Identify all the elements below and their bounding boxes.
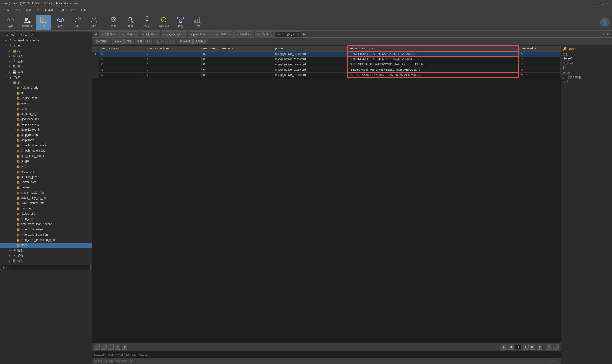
cell-password-e-2[interactable]: N bbox=[518, 62, 561, 67]
cell-max-user-connections-3[interactable]: 0 bbox=[201, 67, 273, 72]
tree-item-mysql[interactable]: ▼ 🗄 mysql bbox=[0, 75, 92, 80]
tab-7[interactable]: ■ 无标题 - × bbox=[255, 31, 275, 37]
table-container[interactable]: max_updates max_connections max_user_con… bbox=[92, 45, 561, 342]
tab-0[interactable]: ■ 无标题 - × bbox=[99, 31, 119, 37]
btn-last-page[interactable]: ⏭ bbox=[530, 344, 535, 350]
tree-item-192.168.8.142_3306[interactable]: ▼ 🖥 192.168.8.142_3306 bbox=[0, 32, 92, 38]
tree-item-engine_cost[interactable]: ▦ engine_cost bbox=[0, 95, 92, 101]
tree-item-help_relation[interactable]: ▦ help_relation bbox=[0, 132, 92, 138]
btn-sort[interactable]: 排序 bbox=[135, 39, 144, 44]
tree-item-表[interactable]: ▶ ▦ 表 bbox=[0, 48, 92, 53]
btn-list-view[interactable]: ☰ bbox=[546, 344, 552, 350]
table-row[interactable]: 0 0 0 mysql_native_password *BED3DFA6684… bbox=[92, 72, 561, 78]
tree-item-查询[interactable]: ▶ 🔍 查询 bbox=[0, 258, 92, 263]
cell-auth-4[interactable]: *BED3DFA6684FE45775BFEB2D2453280AE5D631A… bbox=[348, 72, 518, 78]
tree-item-plugin[interactable]: ▦ plugin bbox=[0, 158, 92, 164]
cell-password-e-4[interactable]: N bbox=[518, 72, 561, 78]
cell-max-updates-1[interactable]: 0 bbox=[99, 57, 145, 62]
tree-item-gtid_executed[interactable]: ▦ gtid_executed bbox=[0, 117, 92, 122]
table-row[interactable]: 0 0 0 mysql_native_password *BED3DFA6684… bbox=[92, 67, 561, 72]
tree-item-time_zone_leap_second[interactable]: ▦ time_zone_leap_second bbox=[0, 221, 92, 227]
tab-1[interactable]: ■ 无标题 - × bbox=[119, 31, 139, 37]
tab-1-close[interactable]: × bbox=[136, 33, 137, 36]
tree-item-proc[interactable]: ▦ proc bbox=[0, 164, 92, 169]
tree-item-innodb_table_stats[interactable]: ▦ innodb_table_stats bbox=[0, 148, 92, 153]
tree-item-db[interactable]: ▦ db bbox=[0, 90, 92, 95]
toolbar-connect[interactable]: 连接 bbox=[2, 15, 18, 30]
cell-max-updates-2[interactable]: 0 bbox=[99, 62, 145, 67]
close-button[interactable]: × bbox=[606, 2, 610, 5]
tree-item-columns_priv[interactable]: ▦ columns_priv bbox=[0, 85, 92, 90]
cell-plugin-2[interactable]: mysql_native_password bbox=[273, 62, 347, 67]
toolbar-user[interactable]: 用户 bbox=[86, 15, 102, 30]
tab-3[interactable]: ■ sys_user @... × bbox=[161, 31, 187, 37]
th-max-updates[interactable]: max_updates bbox=[99, 46, 145, 51]
tab-right-arrow[interactable]: ▶ bbox=[302, 32, 307, 36]
btn-create-prompt[interactable]: 创建提示 bbox=[194, 39, 208, 44]
btn-import[interactable]: 导入 bbox=[155, 39, 165, 44]
tree-item-slave_worker_info[interactable]: ▦ slave_worker_info bbox=[0, 200, 92, 206]
tree-item-函数[interactable]: ▶ ƒ 函数 bbox=[0, 253, 92, 258]
btn-filter[interactable]: 筛选 bbox=[124, 39, 134, 44]
tree-item-slow_log[interactable]: ▦ slow_log bbox=[0, 206, 92, 211]
tab-4[interactable]: ■ ji-mei (192... × bbox=[188, 31, 213, 37]
tab-left-arrow[interactable]: ◀ bbox=[93, 32, 98, 36]
tab-2-close[interactable]: × bbox=[156, 33, 157, 36]
cell-max-connections-0[interactable]: 0 bbox=[145, 51, 201, 57]
tree-item-innodb_index_stats[interactable]: ▦ innodb_index_stats bbox=[0, 143, 92, 148]
tree-item-time_zone_transition_type[interactable]: ▦ time_zone_transition_type bbox=[0, 237, 92, 243]
cell-auth-0[interactable]: *27C01464AD101AED1E65AC21152499A396B4CF7… bbox=[348, 51, 518, 57]
maximize-button[interactable]: □ bbox=[601, 2, 604, 5]
tree-item-time_zone_transition[interactable]: ▦ time_zone_transition bbox=[0, 232, 92, 237]
tree-item-表[interactable]: ▼ ▦ 表 bbox=[0, 80, 92, 85]
tree-item-time_zone_name[interactable]: ▦ time_zone_name bbox=[0, 227, 92, 232]
cell-max-connections-2[interactable]: 0 bbox=[145, 62, 201, 67]
th-plugin[interactable]: plugin bbox=[273, 46, 347, 51]
toolbar-model[interactable]: 模型 bbox=[173, 15, 188, 30]
btn-reload[interactable]: ↻ bbox=[537, 344, 542, 350]
btn-confirm[interactable]: ✓ bbox=[108, 344, 113, 350]
btn-columns[interactable]: 列 bbox=[145, 39, 152, 44]
cell-password-e-3[interactable]: N bbox=[518, 67, 561, 72]
tab-8[interactable]: ■ user @mys... × bbox=[275, 31, 301, 37]
tab-4-close[interactable]: × bbox=[209, 33, 210, 36]
tree-item-slave_master_info[interactable]: ▦ slave_master_info bbox=[0, 190, 92, 195]
tab-6-close[interactable]: × bbox=[250, 33, 251, 36]
cell-plugin-4[interactable]: mysql_native_password bbox=[273, 72, 347, 78]
cell-password-e-0[interactable]: N bbox=[518, 51, 561, 57]
tab-grid-icon[interactable]: ⊞ bbox=[606, 32, 611, 36]
toolbar-query[interactable]: 查询 bbox=[122, 15, 138, 30]
menu-edit[interactable]: 编辑 bbox=[12, 8, 23, 13]
menu-window[interactable]: 窗口 bbox=[67, 8, 78, 13]
btn-export[interactable]: 导出 bbox=[165, 39, 175, 44]
cell-max-user-connections-1[interactable]: 0 bbox=[201, 57, 273, 62]
toolbar-other[interactable]: 其它 bbox=[106, 15, 121, 30]
toolbar-view[interactable]: 视图 bbox=[53, 15, 68, 30]
btn-next-page[interactable]: ▶ bbox=[523, 344, 529, 350]
table-row[interactable]: 0 0 0 mysql_native_password *THISISNOTAV… bbox=[92, 62, 561, 67]
th-max-connections[interactable]: max_connections bbox=[145, 46, 201, 51]
tree-item-视图[interactable]: ▶ 👁 视图 bbox=[0, 248, 92, 253]
th-auth-string[interactable]: authentication_string bbox=[348, 46, 518, 51]
menu-table[interactable]: 表 bbox=[34, 8, 42, 13]
cell-plugin-0[interactable]: mysql_native_password bbox=[273, 51, 347, 57]
tab-0-close[interactable]: × bbox=[115, 33, 116, 36]
tree-item-func[interactable]: ▦ func bbox=[0, 106, 92, 111]
tab-8-close[interactable]: × bbox=[297, 33, 299, 36]
cell-auth-3[interactable]: *BED3DFA6684FE45775BFEB2D2453280AE5D631A… bbox=[348, 67, 518, 72]
tree-item-proxies_priv[interactable]: ▦ proxies_priv bbox=[0, 174, 92, 180]
menu-view[interactable]: 查看 bbox=[23, 8, 34, 13]
btn-grid-view[interactable]: ⊞ bbox=[553, 344, 559, 350]
toolbar-chart[interactable]: 图表 bbox=[189, 15, 205, 30]
tab-2[interactable]: ■ 无标题 - × bbox=[140, 31, 160, 37]
tree-item-server_cost[interactable]: ▦ server_cost bbox=[0, 180, 92, 185]
tree-item-slave_relay_log_info[interactable]: ▦ slave_relay_log_info bbox=[0, 195, 92, 200]
tree-item-general_log[interactable]: ▦ general_log bbox=[0, 111, 92, 117]
th-password-e[interactable]: password_e bbox=[518, 46, 561, 51]
btn-generate-data[interactable]: 数据生成 bbox=[178, 39, 193, 44]
btn-cancel-edit[interactable]: ✕ bbox=[115, 344, 121, 350]
tree-item-help_category[interactable]: ▦ help_category bbox=[0, 122, 92, 127]
tab-info-icon[interactable]: ℹ bbox=[602, 32, 606, 36]
btn-refresh[interactable]: ↻ bbox=[122, 344, 127, 350]
tree-item-tables_priv[interactable]: ▦ tables_priv bbox=[0, 211, 92, 216]
